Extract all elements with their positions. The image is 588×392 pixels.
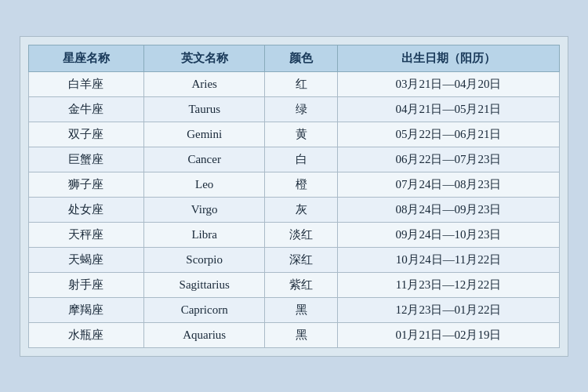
cell-dates: 04月21日—05月21日 bbox=[337, 96, 559, 122]
cell-english-name: Taurus bbox=[143, 96, 265, 122]
cell-color: 白 bbox=[265, 147, 338, 172]
cell-english-name: Sagittarius bbox=[143, 272, 265, 297]
cell-english-name: Cancer bbox=[143, 147, 265, 172]
table-row: 天蝎座Scorpio深红10月24日—11月22日 bbox=[29, 247, 560, 272]
cell-chinese-name: 处女座 bbox=[29, 197, 144, 222]
cell-dates: 07月24日—08月23日 bbox=[337, 172, 559, 197]
table-row: 双子座Gemini黄05月22日—06月21日 bbox=[29, 122, 560, 147]
cell-color: 紫红 bbox=[265, 272, 338, 297]
table-row: 摩羯座Capricorn黑12月23日—01月22日 bbox=[29, 297, 560, 322]
cell-english-name: Aries bbox=[143, 71, 265, 96]
cell-dates: 08月24日—09月23日 bbox=[337, 197, 559, 222]
cell-color: 黄 bbox=[265, 122, 338, 147]
cell-chinese-name: 天蝎座 bbox=[29, 247, 144, 272]
header-dates: 出生日期（阳历） bbox=[337, 45, 559, 71]
cell-chinese-name: 白羊座 bbox=[29, 71, 144, 96]
table-row: 天秤座Libra淡红09月24日—10月23日 bbox=[29, 222, 560, 247]
cell-color: 绿 bbox=[265, 96, 338, 122]
cell-color: 黑 bbox=[265, 322, 338, 347]
table-header-row: 星座名称 英文名称 颜色 出生日期（阳历） bbox=[29, 45, 560, 71]
table-row: 处女座Virgo灰08月24日—09月23日 bbox=[29, 197, 560, 222]
cell-chinese-name: 天秤座 bbox=[29, 222, 144, 247]
table-row: 水瓶座Aquarius黑01月21日—02月19日 bbox=[29, 322, 560, 347]
cell-english-name: Gemini bbox=[143, 122, 265, 147]
cell-dates: 06月22日—07月23日 bbox=[337, 147, 559, 172]
cell-color: 淡红 bbox=[265, 222, 338, 247]
zodiac-table: 星座名称 英文名称 颜色 出生日期（阳历） 白羊座Aries红03月21日—04… bbox=[28, 45, 560, 348]
cell-english-name: Capricorn bbox=[143, 297, 265, 322]
cell-color: 红 bbox=[265, 71, 338, 96]
cell-color: 橙 bbox=[265, 172, 338, 197]
cell-chinese-name: 巨蟹座 bbox=[29, 147, 144, 172]
table-row: 金牛座Taurus绿04月21日—05月21日 bbox=[29, 96, 560, 122]
table-row: 巨蟹座Cancer白06月22日—07月23日 bbox=[29, 147, 560, 172]
cell-color: 黑 bbox=[265, 297, 338, 322]
cell-english-name: Aquarius bbox=[143, 322, 265, 347]
cell-english-name: Scorpio bbox=[143, 247, 265, 272]
cell-color: 灰 bbox=[265, 197, 338, 222]
cell-chinese-name: 水瓶座 bbox=[29, 322, 144, 347]
cell-dates: 03月21日—04月20日 bbox=[337, 71, 559, 96]
cell-chinese-name: 射手座 bbox=[29, 272, 144, 297]
table-row: 射手座Sagittarius紫红11月23日—12月22日 bbox=[29, 272, 560, 297]
header-chinese-name: 星座名称 bbox=[29, 45, 144, 71]
cell-english-name: Libra bbox=[143, 222, 265, 247]
header-color: 颜色 bbox=[265, 45, 338, 71]
cell-dates: 09月24日—10月23日 bbox=[337, 222, 559, 247]
table-row: 白羊座Aries红03月21日—04月20日 bbox=[29, 71, 560, 96]
cell-dates: 11月23日—12月22日 bbox=[337, 272, 559, 297]
cell-english-name: Leo bbox=[143, 172, 265, 197]
cell-english-name: Virgo bbox=[143, 197, 265, 222]
header-english-name: 英文名称 bbox=[143, 45, 265, 71]
cell-dates: 12月23日—01月22日 bbox=[337, 297, 559, 322]
cell-chinese-name: 摩羯座 bbox=[29, 297, 144, 322]
cell-color: 深红 bbox=[265, 247, 338, 272]
cell-dates: 05月22日—06月21日 bbox=[337, 122, 559, 147]
cell-chinese-name: 金牛座 bbox=[29, 96, 144, 122]
cell-chinese-name: 狮子座 bbox=[29, 172, 144, 197]
table-body: 白羊座Aries红03月21日—04月20日金牛座Taurus绿04月21日—0… bbox=[29, 71, 560, 347]
cell-chinese-name: 双子座 bbox=[29, 122, 144, 147]
cell-dates: 01月21日—02月19日 bbox=[337, 322, 559, 347]
table-row: 狮子座Leo橙07月24日—08月23日 bbox=[29, 172, 560, 197]
cell-dates: 10月24日—11月22日 bbox=[337, 247, 559, 272]
zodiac-table-container: 星座名称 英文名称 颜色 出生日期（阳历） 白羊座Aries红03月21日—04… bbox=[20, 36, 568, 357]
